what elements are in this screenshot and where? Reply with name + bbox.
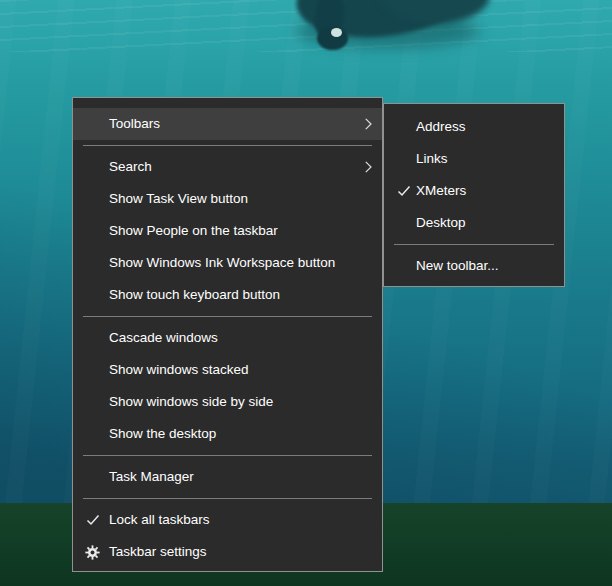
- menu-item-label: Toolbars: [109, 108, 160, 140]
- taskbar-context-menu: Toolbars Search Show Task View button Sh…: [72, 97, 383, 572]
- menu-separator: [83, 145, 372, 146]
- menu-item-label: Lock all taskbars: [109, 504, 210, 536]
- menu-item-lock-all-taskbars[interactable]: Lock all taskbars: [73, 504, 382, 536]
- menu-item-search[interactable]: Search: [73, 151, 382, 183]
- menu-item-label: Desktop: [416, 207, 466, 239]
- menu-item-toolbars[interactable]: Toolbars: [73, 108, 382, 140]
- menu-separator: [83, 498, 372, 499]
- checkmark-icon: [394, 175, 413, 207]
- submenu-item-address[interactable]: Address: [384, 111, 564, 143]
- menu-item-cascade-windows[interactable]: Cascade windows: [73, 322, 382, 354]
- submenu-item-links[interactable]: Links: [384, 143, 564, 175]
- menu-item-task-manager[interactable]: Task Manager: [73, 461, 382, 493]
- menu-item-label: Links: [416, 143, 448, 175]
- menu-separator: [83, 455, 372, 456]
- menu-item-label: Show Task View button: [109, 183, 248, 215]
- menu-item-show-windows-side-by-side[interactable]: Show windows side by side: [73, 386, 382, 418]
- menu-item-show-windows-ink-workspace-button[interactable]: Show Windows Ink Workspace button: [73, 247, 382, 279]
- menu-item-show-task-view-button[interactable]: Show Task View button: [73, 183, 382, 215]
- menu-item-label: Show windows stacked: [109, 354, 249, 386]
- chevron-right-icon: [365, 108, 372, 140]
- menu-item-show-windows-stacked[interactable]: Show windows stacked: [73, 354, 382, 386]
- menu-item-label: Task Manager: [109, 461, 194, 493]
- menu-item-label: XMeters: [416, 175, 466, 207]
- menu-item-label: Taskbar settings: [109, 536, 207, 568]
- submenu-item-xmeters[interactable]: XMeters: [384, 175, 564, 207]
- menu-item-show-touch-keyboard-button[interactable]: Show touch keyboard button: [73, 279, 382, 311]
- gear-icon: [83, 536, 102, 568]
- toolbars-submenu: Address Links XMeters Desktop New toolba…: [383, 103, 565, 287]
- menu-item-show-the-desktop[interactable]: Show the desktop: [73, 418, 382, 450]
- menu-item-label: Cascade windows: [109, 322, 218, 354]
- menu-item-taskbar-settings[interactable]: Taskbar settings: [73, 536, 382, 568]
- menu-item-label: Show windows side by side: [109, 386, 273, 418]
- menu-separator: [83, 316, 372, 317]
- menu-item-label: Show the desktop: [109, 418, 216, 450]
- menu-item-label: Show People on the taskbar: [109, 215, 278, 247]
- submenu-item-new-toolbar[interactable]: New toolbar...: [384, 250, 564, 282]
- menu-item-label: Show touch keyboard button: [109, 279, 280, 311]
- menu-item-label: Search: [109, 151, 152, 183]
- submenu-item-desktop[interactable]: Desktop: [384, 207, 564, 239]
- menu-item-label: New toolbar...: [416, 250, 499, 282]
- menu-separator: [394, 244, 554, 245]
- menu-item-label: Address: [416, 111, 466, 143]
- chevron-right-icon: [365, 151, 372, 183]
- checkmark-icon: [83, 504, 102, 536]
- menu-item-show-people-on-taskbar[interactable]: Show People on the taskbar: [73, 215, 382, 247]
- menu-item-label: Show Windows Ink Workspace button: [109, 247, 335, 279]
- swimmer-hand-highlight: [331, 28, 342, 37]
